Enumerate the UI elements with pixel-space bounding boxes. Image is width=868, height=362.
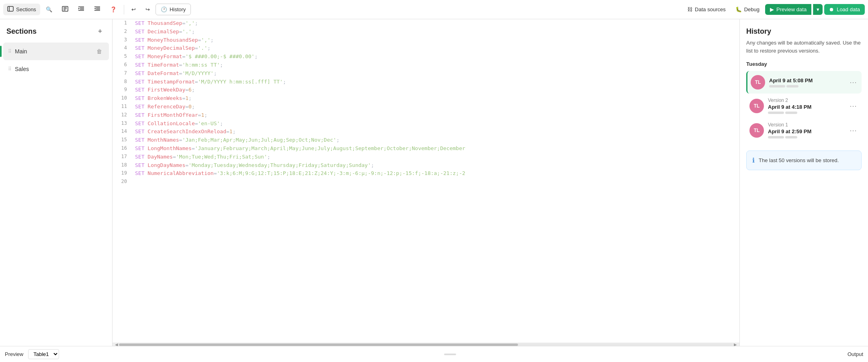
kw-token: SET (135, 87, 144, 93)
sidebar-add-button[interactable]: + (94, 26, 106, 37)
toolbar: Sections 🔍 (0, 0, 868, 19)
line-number: 1 (113, 19, 132, 28)
history-button[interactable]: 🕐 History (156, 4, 191, 15)
table-row: 16SET LongMonthNames='January;February;M… (113, 144, 739, 153)
bar-item (769, 85, 785, 87)
code-editor[interactable]: 1SET ThousandSep=',';2SET DecimalSep='.'… (113, 19, 739, 343)
version-label-v2: Version 2 (768, 98, 844, 103)
code-table: 1SET ThousandSep=',';2SET DecimalSep='.'… (113, 19, 739, 186)
sidebar-item-main[interactable]: ⠿ Main 🗑 (3, 43, 109, 60)
punct-token: ; (192, 87, 195, 93)
sections-panel-icon (7, 6, 14, 13)
preview-data-button[interactable]: ▶ Preview data (765, 4, 811, 15)
val-token: 'January;February;March;April;May;June;J… (195, 145, 465, 151)
drag-handle-main[interactable]: ⠿ (8, 49, 12, 54)
punct-token: ; (192, 28, 195, 35)
kw-token: SET (135, 20, 144, 26)
drag-handle-sales[interactable]: ⠿ (8, 66, 12, 72)
line-code: SET LongDayNames='Monday;Tuesday;Wednesd… (132, 161, 739, 170)
table-row: 2SET DecimalSep='.'; (113, 28, 739, 36)
scroll-bar[interactable]: ◀ ▶ (113, 343, 739, 346)
table-select[interactable]: Table1 (28, 349, 59, 359)
history-panel: History Any changes will be automaticall… (739, 19, 868, 346)
indent-button[interactable] (74, 4, 88, 15)
active-indicator (0, 46, 2, 57)
val-token: 'Monday;Tuesday;Wednesday;Thursday;Frida… (188, 162, 371, 168)
prop-token: ReferenceDay (144, 104, 185, 110)
data-sources-button[interactable]: ⛓ Data sources (683, 4, 730, 15)
format-button[interactable] (58, 4, 72, 15)
line-number: 11 (113, 103, 132, 111)
punct-token: = (226, 128, 229, 134)
history-title: History (746, 27, 862, 36)
history-more-button-current[interactable]: ⋯ (848, 76, 858, 88)
bar-item (786, 85, 798, 87)
table-row: 4SET MoneyDecimalSep='.'; (113, 44, 739, 53)
sidebar-item-sales[interactable]: ⠿ Sales (3, 62, 109, 76)
search-button[interactable]: 🔍 (42, 4, 56, 15)
punct-token: ; (204, 112, 207, 118)
line-code: SET DayNames='Mon;Tue;Wed;Thu;Fri;Sat;Su… (132, 153, 739, 161)
prop-token: MoneyDecimalSep (144, 45, 194, 51)
line-number: 20 (113, 178, 132, 186)
val-token: 'M/D/YYYY' (182, 70, 213, 76)
line-code: SET FirstMonthOfYear=1; (132, 111, 739, 120)
scroll-left-arrow[interactable]: ◀ (114, 342, 119, 346)
prop-token: FirstMonthOfYear (144, 112, 198, 118)
kw-token: SET (135, 137, 144, 143)
punct-token: ; (192, 104, 195, 110)
line-code: SET DateFormat='M/D/YYYY'; (132, 69, 739, 78)
num-token: 0 (188, 104, 192, 110)
kw-token: SET (135, 53, 144, 59)
prop-token: LongMonthNames (144, 145, 191, 151)
kw-token: SET (135, 128, 144, 134)
resize-handle[interactable] (444, 354, 456, 355)
table-row: 1SET ThousandSep=','; (113, 19, 739, 28)
history-more-button-v1[interactable]: ⋯ (848, 124, 858, 136)
preview-label: Preview (5, 351, 23, 357)
prop-token: LongDayNames (144, 162, 185, 168)
table-row: 8SET TimestampFormat='M/D/YYYY h:mm:ss[.… (113, 78, 739, 86)
history-entry-v2[interactable]: TL Version 2 April 9 at 4:18 PM ⋯ (746, 94, 862, 118)
punct-token: = (195, 45, 198, 51)
punct-token: = (195, 79, 198, 85)
kw-token: SET (135, 95, 144, 101)
load-data-button[interactable]: ⏺ Load data (824, 4, 865, 15)
indent-icon (78, 6, 84, 13)
debug-button[interactable]: 🐛 Debug (731, 4, 764, 15)
outdent-button[interactable] (90, 4, 104, 15)
line-number: 4 (113, 44, 132, 53)
chevron-down-icon: ▾ (817, 6, 819, 12)
punct-token: = (185, 162, 188, 168)
line-number: 5 (113, 53, 132, 61)
scroll-track[interactable] (119, 344, 733, 346)
table-row: 3SET MoneyThousandSep=','; (113, 36, 739, 45)
history-entry-v1[interactable]: TL Version 1 April 9 at 2:59 PM ⋯ (746, 118, 862, 142)
preview-data-icon: ▶ (770, 6, 774, 12)
punct-token: ; (233, 128, 236, 134)
val-token: ',' (201, 37, 210, 43)
scroll-right-arrow[interactable]: ▶ (733, 342, 738, 346)
line-number: 15 (113, 136, 132, 144)
prop-token: MoneyFormat (144, 53, 182, 59)
line-number: 16 (113, 144, 132, 153)
undo-button[interactable]: ↩ (127, 4, 140, 15)
sections-toggle-button[interactable]: Sections (3, 4, 40, 15)
kw-token: SET (135, 112, 144, 118)
kw-token: SET (135, 79, 144, 85)
data-sources-label: Data sources (695, 6, 726, 12)
history-entry-current[interactable]: TL April 9 at 5:08 PM ⋯ (746, 71, 862, 94)
avatar-v1: TL (749, 123, 764, 138)
help-button[interactable]: ❓ (106, 4, 121, 15)
bar-item (785, 112, 797, 114)
table-row: 10SET BrokenWeeks=1; (113, 94, 739, 103)
line-code: SET ThousandSep=','; (132, 19, 739, 28)
table-row: 6SET TimeFormat='h:mm:ss TT'; (113, 61, 739, 69)
sidebar-item-delete-main[interactable]: 🗑 (94, 47, 104, 56)
kw-token: SET (135, 154, 144, 160)
bar-item (785, 136, 797, 138)
history-more-button-v2[interactable]: ⋯ (848, 100, 858, 112)
line-code: SET MoneyThousandSep=','; (132, 36, 739, 45)
preview-data-dropdown-button[interactable]: ▾ (813, 4, 823, 15)
redo-button[interactable]: ↪ (141, 4, 154, 15)
